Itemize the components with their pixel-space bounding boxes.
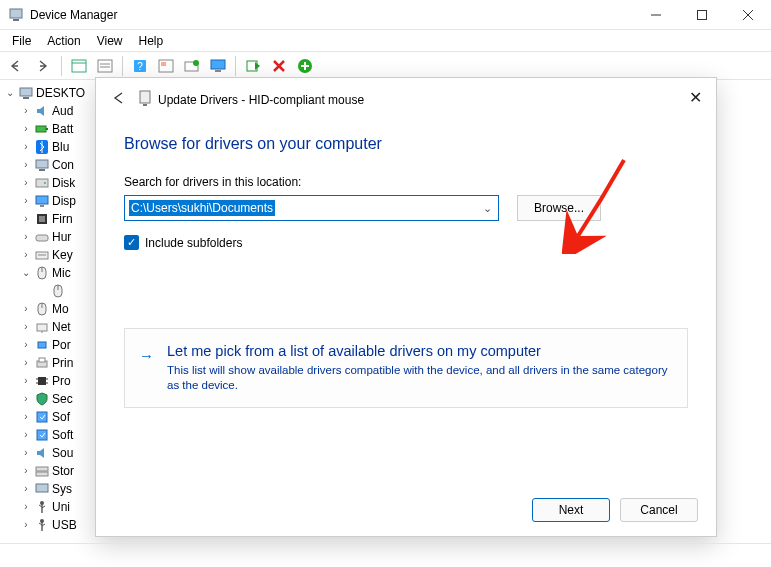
properties-icon[interactable] <box>93 54 117 78</box>
device-category-icon <box>34 103 50 119</box>
dialog-heading: Browse for drivers on your computer <box>124 135 688 153</box>
dialog-title: Update Drivers - HID-compliant mouse <box>158 93 364 107</box>
menu-action[interactable]: Action <box>39 32 88 50</box>
svg-rect-58 <box>36 472 48 476</box>
svg-rect-50 <box>38 377 46 385</box>
expand-icon[interactable]: › <box>18 372 34 390</box>
minimize-button[interactable] <box>633 0 679 30</box>
collapse-icon[interactable]: ⌄ <box>2 84 18 102</box>
svg-text:?: ? <box>137 61 143 72</box>
uninstall-icon[interactable] <box>267 54 291 78</box>
back-button[interactable] <box>6 54 30 78</box>
computer-icon <box>18 85 34 101</box>
tree-item-label: Sec <box>52 390 73 408</box>
svg-rect-68 <box>140 91 150 103</box>
device-category-icon <box>34 445 50 461</box>
expand-icon[interactable]: › <box>18 408 34 426</box>
svg-rect-69 <box>143 104 147 106</box>
include-subfolders-row[interactable]: ✓ Include subfolders <box>124 235 688 250</box>
device-category-icon <box>34 517 50 533</box>
tree-item-label: Sof <box>52 408 70 426</box>
window-controls <box>633 0 771 30</box>
expand-icon[interactable]: › <box>18 102 34 120</box>
device-category-icon <box>34 193 50 209</box>
separator <box>122 56 123 76</box>
help-icon[interactable]: ? <box>128 54 152 78</box>
tree-item-label: Disp <box>52 192 76 210</box>
expand-icon[interactable]: › <box>18 426 34 444</box>
svg-rect-33 <box>40 205 44 207</box>
path-combobox[interactable]: C:\Users\sukhi\Documents ⌄ <box>124 195 499 221</box>
svg-rect-28 <box>36 160 48 168</box>
svg-rect-47 <box>38 342 46 348</box>
device-category-icon <box>34 373 50 389</box>
forward-button[interactable] <box>32 54 56 78</box>
expand-icon[interactable]: › <box>18 462 34 480</box>
app-icon <box>8 7 24 23</box>
svg-rect-55 <box>37 412 47 422</box>
close-button[interactable] <box>725 0 771 30</box>
expand-icon[interactable]: › <box>18 480 34 498</box>
maximize-button[interactable] <box>679 0 725 30</box>
svg-rect-57 <box>36 467 48 471</box>
expand-icon[interactable]: ⌄ <box>18 264 34 282</box>
monitor-icon[interactable] <box>206 54 230 78</box>
svg-rect-18 <box>215 70 221 72</box>
dialog-back-button[interactable] <box>112 91 128 108</box>
expand-icon[interactable]: › <box>18 192 34 210</box>
include-subfolders-checkbox[interactable]: ✓ <box>124 235 139 250</box>
cancel-button[interactable]: Cancel <box>620 498 698 522</box>
dialog-close-button[interactable]: ✕ <box>689 88 702 107</box>
expand-icon[interactable]: › <box>18 444 34 462</box>
next-button[interactable]: Next <box>532 498 610 522</box>
expand-icon[interactable]: › <box>18 336 34 354</box>
add-icon[interactable] <box>293 54 317 78</box>
svg-rect-29 <box>39 169 45 171</box>
option-description: This list will show available drivers co… <box>167 363 669 393</box>
device-category-icon <box>34 247 50 263</box>
expand-icon[interactable]: › <box>18 498 34 516</box>
svg-rect-59 <box>36 484 48 492</box>
expand-icon[interactable]: › <box>18 300 34 318</box>
show-hide-icon[interactable] <box>67 54 91 78</box>
pick-from-list-option[interactable]: → Let me pick from a list of available d… <box>124 328 688 408</box>
enable-icon[interactable] <box>241 54 265 78</box>
tree-item-label: Por <box>52 336 71 354</box>
svg-rect-14 <box>161 62 166 66</box>
update-driver-icon[interactable] <box>180 54 204 78</box>
tree-item-label: USB <box>52 516 77 534</box>
tree-item-label: Firn <box>52 210 73 228</box>
device-category-icon <box>34 175 50 191</box>
tree-item-label: Mic <box>52 264 71 282</box>
expand-icon[interactable]: › <box>18 120 34 138</box>
svg-rect-56 <box>37 430 47 440</box>
expand-icon[interactable]: › <box>18 138 34 156</box>
expand-icon[interactable]: › <box>18 390 34 408</box>
svg-rect-36 <box>36 235 48 241</box>
expand-icon[interactable]: › <box>18 354 34 372</box>
expand-icon[interactable]: › <box>18 246 34 264</box>
scan-icon[interactable] <box>154 54 178 78</box>
expand-icon[interactable]: › <box>18 516 34 534</box>
menu-file[interactable]: File <box>4 32 39 50</box>
expand-icon[interactable]: › <box>18 318 34 336</box>
svg-rect-3 <box>698 10 707 19</box>
tree-item-label: Stor <box>52 462 74 480</box>
expand-icon[interactable]: › <box>18 210 34 228</box>
expand-icon[interactable]: › <box>18 228 34 246</box>
expand-icon[interactable]: › <box>18 174 34 192</box>
svg-rect-49 <box>39 358 45 362</box>
menu-help[interactable]: Help <box>131 32 172 50</box>
svg-rect-26 <box>46 128 48 130</box>
option-title: Let me pick from a list of available dri… <box>167 343 669 359</box>
browse-button[interactable]: Browse... <box>517 195 601 221</box>
tree-item-label: Key <box>52 246 73 264</box>
expand-icon[interactable]: › <box>18 156 34 174</box>
device-category-icon <box>34 481 50 497</box>
chevron-down-icon[interactable]: ⌄ <box>483 202 492 215</box>
svg-rect-25 <box>36 126 46 132</box>
menu-view[interactable]: View <box>89 32 131 50</box>
device-icon <box>138 90 152 109</box>
svg-point-31 <box>44 182 46 184</box>
svg-rect-35 <box>39 216 45 222</box>
